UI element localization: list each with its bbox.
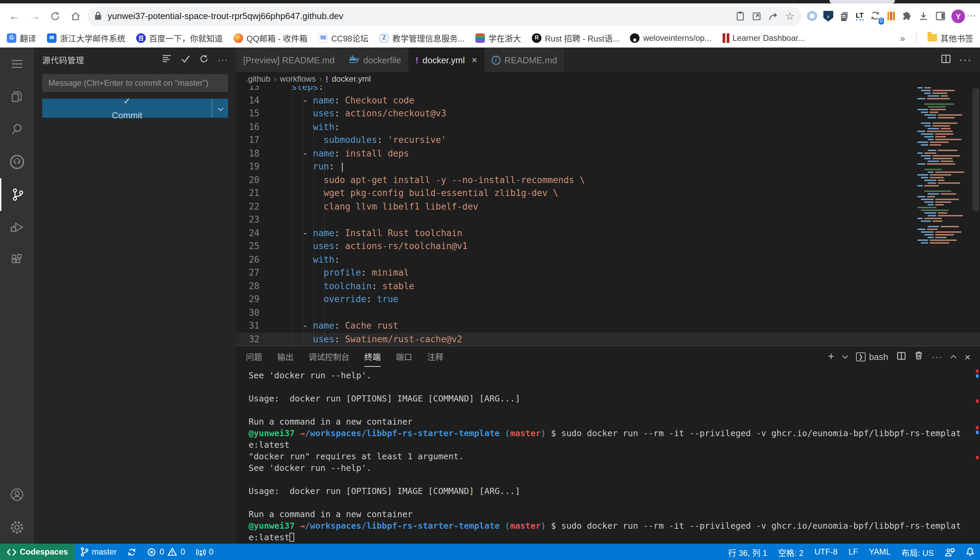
refresh-icon[interactable] <box>199 54 208 65</box>
bookmark-qq-mail[interactable]: QQ邮箱 - 收件箱 <box>234 32 308 43</box>
maximize-panel-icon[interactable] <box>951 355 957 361</box>
remote-indicator[interactable]: Codespaces <box>0 544 75 560</box>
commit-dropdown[interactable] <box>212 99 228 118</box>
split-terminal-icon[interactable] <box>897 352 906 362</box>
code-line[interactable]: 16 with: <box>236 120 980 133</box>
bookmark-baidu[interactable]: 百百度一下，你就知道 <box>136 32 223 43</box>
terminal-line[interactable] <box>249 404 980 416</box>
code-line[interactable]: 29 override: true <box>236 293 980 306</box>
sync-extension-icon[interactable]: 0 <box>870 10 881 22</box>
terminal-line[interactable]: ○@yunwei37 →/workspaces/libbpf-rs-starte… <box>249 520 980 532</box>
puzzle-extensions-icon[interactable] <box>901 10 912 22</box>
terminal-line[interactable]: ⊗@yunwei37 →/workspaces/libbpf-rs-starte… <box>249 427 980 439</box>
terminal-line[interactable]: e:latest <box>249 439 980 450</box>
code-line[interactable]: 30 <box>236 306 980 319</box>
code-line[interactable]: 18 - name: install deps <box>236 147 980 160</box>
panel-more-icon[interactable]: ··· <box>932 352 943 362</box>
tab-preview-readme[interactable]: [Preview] README.md <box>236 48 342 72</box>
code-editor[interactable]: 13 steps:14 - name: Checkout code15 uses… <box>236 86 980 346</box>
close-panel-icon[interactable]: × <box>964 351 970 362</box>
bookmark-zju-mail[interactable]: ✉浙江大学邮件系统 <box>47 32 125 43</box>
panel-tab[interactable]: 注释 <box>427 346 443 367</box>
code-line[interactable]: 26 with: <box>236 253 980 266</box>
minimap[interactable] <box>916 87 970 245</box>
tab-readme[interactable]: i README.md <box>485 48 565 72</box>
address-bar[interactable]: yunwei37-potential-space-trout-rpr5qwj66… <box>87 7 801 25</box>
terminal-line[interactable]: See 'docker run --help'. <box>249 462 980 473</box>
commit-check-icon[interactable] <box>181 55 190 64</box>
encoding[interactable]: UTF-8 <box>809 544 843 560</box>
branch-indicator[interactable]: master <box>75 544 122 560</box>
terminal-output[interactable]: See 'docker run --help'.Usage: docker ru… <box>236 367 980 544</box>
eol-selector[interactable]: LF <box>843 544 863 560</box>
terminal-line[interactable]: Usage: docker run [OPTIONS] IMAGE [COMMA… <box>249 393 980 404</box>
code-line[interactable]: 20 sudo apt-get install -y --no-install-… <box>236 173 980 187</box>
languagetool-icon[interactable]: LT <box>856 12 863 20</box>
close-tab-icon[interactable]: × <box>472 55 477 65</box>
code-line[interactable]: 28 toolchain: stable <box>236 279 980 293</box>
terminal-line[interactable]: See 'docker run --help'. <box>249 370 980 381</box>
breadcrumb[interactable]: .github › workflows › ! docker.yml <box>236 72 980 86</box>
code-line[interactable]: 31 - name: Cache rust <box>236 319 980 332</box>
search-icon[interactable] <box>0 113 34 146</box>
open-in-window-icon[interactable] <box>752 11 761 21</box>
extensions-icon[interactable] <box>0 243 34 276</box>
account-icon[interactable] <box>0 478 34 511</box>
other-bookmarks[interactable]: 其他书签 <box>928 32 973 43</box>
bookmark-github-repo[interactable]: weloveinterns/op... <box>630 33 711 43</box>
shell-selector[interactable]: ❯bash <box>856 352 888 362</box>
code-line[interactable]: 23 <box>236 213 980 226</box>
ports-indicator[interactable]: 0 <box>191 544 219 560</box>
bookmarks-overflow-chevron[interactable]: » <box>900 32 905 43</box>
indentation[interactable]: 空格: 2 <box>773 544 809 560</box>
language-mode[interactable]: YAML <box>863 544 896 560</box>
crayons-icon[interactable] <box>887 12 895 20</box>
code-line[interactable]: 14 - name: Checkout code <box>236 93 980 107</box>
terminal-line[interactable]: Run a command in a new container <box>249 416 980 427</box>
reload-button[interactable] <box>46 7 64 25</box>
tab-docker-yml[interactable]: ! docker.yml × <box>409 48 485 72</box>
bookmark-cc98[interactable]: 98CC98论坛 <box>318 32 368 43</box>
keyboard-layout[interactable]: 布局: US <box>896 544 939 560</box>
explorer-icon[interactable] <box>0 80 34 113</box>
terminal-line[interactable] <box>249 497 980 508</box>
feedback-icon[interactable] <box>939 544 960 560</box>
notifications-bell-icon[interactable] <box>960 544 980 560</box>
terminal-line[interactable]: e:latest <box>249 532 980 543</box>
panel-tab[interactable]: 问题 <box>246 346 262 367</box>
home-button[interactable] <box>67 7 84 25</box>
tab-dockerfile[interactable]: dockerfile <box>342 48 409 72</box>
menu-hamburger-icon[interactable] <box>0 48 34 80</box>
commit-message-input[interactable] <box>42 74 228 92</box>
code-line[interactable]: 21 wget pkg-config build-essential zlib1… <box>236 187 980 200</box>
panel-tab[interactable]: 终端 <box>365 346 381 367</box>
terminal-line[interactable]: Usage: docker run [OPTIONS] IMAGE [COMMA… <box>249 485 980 497</box>
ext-circle-icon[interactable] <box>807 11 817 21</box>
cursor-position[interactable]: 行 36, 列 1 <box>722 544 773 560</box>
side-panel-icon[interactable] <box>935 11 946 21</box>
clipboard-icon[interactable] <box>736 11 745 21</box>
new-terminal-icon[interactable]: + <box>828 352 834 361</box>
bookmark-learner-dashboard[interactable]: Learner Dashboar... <box>722 33 804 43</box>
terminal-line[interactable] <box>249 381 980 393</box>
ext-pages-icon[interactable] <box>840 10 850 22</box>
editor-scrollbar[interactable] <box>973 88 979 211</box>
terminal-line[interactable]: "docker run" requires at least 1 argumen… <box>249 450 980 462</box>
settings-gear-icon[interactable] <box>0 511 34 544</box>
more-actions-icon[interactable]: ··· <box>218 55 228 64</box>
code-line[interactable]: 32 uses: Swatinem/rust-cache@v2 <box>236 332 980 346</box>
code-line[interactable]: 15 uses: actions/checkout@v3 <box>236 107 980 120</box>
panel-tab[interactable]: 输出 <box>277 346 294 367</box>
code-line[interactable]: 17 submodules: 'recursive' <box>236 133 980 147</box>
code-line[interactable]: 22 clang llvm libelf1 libelf-dev <box>236 200 980 213</box>
panel-tab[interactable]: 调试控制台 <box>308 346 350 367</box>
editor-more-icon[interactable]: ··· <box>959 54 972 66</box>
terminal-dropdown-icon[interactable] <box>843 353 848 358</box>
url-text[interactable]: yunwei37-potential-space-trout-rpr5qwj66… <box>108 11 730 21</box>
kill-terminal-icon[interactable] <box>915 351 923 362</box>
bookmark-xuezai-zjd[interactable]: 学在浙大 <box>475 32 521 43</box>
problems-indicator[interactable]: 0 0 <box>142 544 191 560</box>
source-control-icon[interactable] <box>0 178 34 211</box>
view-as-list-icon[interactable] <box>162 55 172 65</box>
ext-shield-icon[interactable]: › <box>823 10 833 22</box>
